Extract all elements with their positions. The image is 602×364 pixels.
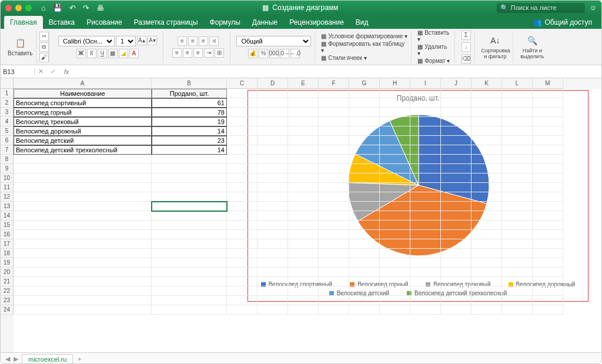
- cut-icon[interactable]: ✂: [39, 32, 49, 41]
- row-header[interactable]: 18: [1, 249, 14, 258]
- cell[interactable]: [152, 249, 227, 258]
- cell[interactable]: [533, 296, 563, 305]
- cell[interactable]: [533, 183, 563, 192]
- cell[interactable]: [441, 98, 471, 108]
- cell[interactable]: [349, 108, 380, 117]
- format-cells[interactable]: ▦ Формат ▾: [417, 58, 450, 64]
- close-button[interactable]: [5, 5, 12, 11]
- maximize-button[interactable]: [25, 5, 32, 11]
- cell[interactable]: [380, 230, 410, 239]
- cell[interactable]: [349, 117, 380, 126]
- decrease-font-icon[interactable]: A▾: [148, 36, 157, 45]
- cell[interactable]: [533, 230, 563, 239]
- cell[interactable]: [410, 145, 441, 155]
- tab-home[interactable]: Главная: [4, 16, 43, 29]
- cell[interactable]: [319, 221, 349, 230]
- cell[interactable]: [14, 258, 152, 268]
- cell-styles[interactable]: ▦ Стили ячеек ▾: [321, 55, 366, 61]
- cell[interactable]: [319, 239, 349, 249]
- cell[interactable]: [288, 268, 319, 277]
- name-box[interactable]: B13: [1, 68, 35, 75]
- row-header[interactable]: 17: [1, 239, 14, 249]
- cell[interactable]: [288, 286, 319, 296]
- cell[interactable]: [410, 286, 441, 296]
- comma-icon[interactable]: 000: [269, 49, 279, 58]
- cell[interactable]: [349, 98, 380, 108]
- cell[interactable]: [288, 211, 319, 221]
- cell[interactable]: [471, 136, 502, 145]
- indent-icon[interactable]: ⇥: [204, 48, 213, 58]
- cell[interactable]: [288, 202, 319, 211]
- cell[interactable]: [152, 230, 227, 239]
- cell[interactable]: [441, 268, 471, 277]
- cell[interactable]: [533, 98, 563, 108]
- cell[interactable]: [288, 164, 319, 173]
- align-bot-icon[interactable]: ≡: [199, 36, 208, 46]
- print-icon[interactable]: 🖶: [96, 4, 104, 12]
- cell[interactable]: [288, 239, 319, 249]
- cell[interactable]: [288, 108, 319, 117]
- cell[interactable]: [288, 277, 319, 286]
- cell[interactable]: [349, 89, 380, 98]
- cell[interactable]: [227, 258, 257, 268]
- cell[interactable]: [227, 221, 257, 230]
- italic-icon[interactable]: К: [87, 49, 96, 58]
- home-icon[interactable]: ⌂: [41, 4, 46, 12]
- cell[interactable]: [380, 108, 410, 117]
- cell[interactable]: [533, 268, 563, 277]
- cell[interactable]: [471, 126, 502, 136]
- cell[interactable]: [319, 211, 349, 221]
- row-header[interactable]: 20: [1, 268, 14, 277]
- cell[interactable]: [14, 239, 152, 249]
- row-header[interactable]: 9: [1, 164, 14, 173]
- cell[interactable]: [471, 230, 502, 239]
- bold-icon[interactable]: Ж: [76, 49, 86, 58]
- cell[interactable]: [533, 202, 563, 211]
- cell[interactable]: [227, 268, 257, 277]
- row-header[interactable]: 11: [1, 183, 14, 192]
- cell[interactable]: [471, 277, 502, 286]
- share-button[interactable]: 👥 Общий доступ: [527, 16, 598, 29]
- cell[interactable]: [471, 268, 502, 277]
- cell[interactable]: [471, 258, 502, 268]
- cell[interactable]: [288, 126, 319, 136]
- cell[interactable]: [502, 98, 533, 108]
- cell[interactable]: Велосипед спортивный: [14, 98, 152, 108]
- cell[interactable]: [502, 126, 533, 136]
- cell[interactable]: [319, 173, 349, 183]
- row-header[interactable]: 21: [1, 277, 14, 286]
- cell[interactable]: [380, 296, 410, 305]
- cell[interactable]: [533, 108, 563, 117]
- cell[interactable]: [152, 155, 227, 164]
- cell[interactable]: [319, 155, 349, 164]
- cell[interactable]: [533, 155, 563, 164]
- cell[interactable]: [410, 268, 441, 277]
- cell[interactable]: [410, 305, 441, 315]
- cell[interactable]: [257, 183, 288, 192]
- cell[interactable]: [349, 183, 380, 192]
- delete-cells[interactable]: ▦ Удалить ▾: [417, 44, 451, 56]
- cell[interactable]: [380, 202, 410, 211]
- cell[interactable]: [152, 239, 227, 249]
- find-button[interactable]: 🔍 Найти и выделить: [519, 35, 545, 59]
- cell[interactable]: [502, 136, 533, 145]
- cell[interactable]: [410, 221, 441, 230]
- cell[interactable]: [152, 183, 227, 192]
- cell[interactable]: [533, 305, 563, 315]
- cell[interactable]: [380, 249, 410, 258]
- cell[interactable]: [410, 249, 441, 258]
- cell[interactable]: [502, 211, 533, 221]
- cell[interactable]: [502, 202, 533, 211]
- cell[interactable]: 78: [152, 108, 227, 117]
- cell[interactable]: [319, 296, 349, 305]
- cell[interactable]: [288, 305, 319, 315]
- cell[interactable]: [288, 98, 319, 108]
- cell[interactable]: [471, 221, 502, 230]
- increase-font-icon[interactable]: A▴: [137, 36, 146, 45]
- cell[interactable]: [14, 296, 152, 305]
- cell[interactable]: [227, 164, 257, 173]
- cell[interactable]: [349, 258, 380, 268]
- cell[interactable]: [441, 126, 471, 136]
- cell[interactable]: [288, 136, 319, 145]
- cell[interactable]: [410, 98, 441, 108]
